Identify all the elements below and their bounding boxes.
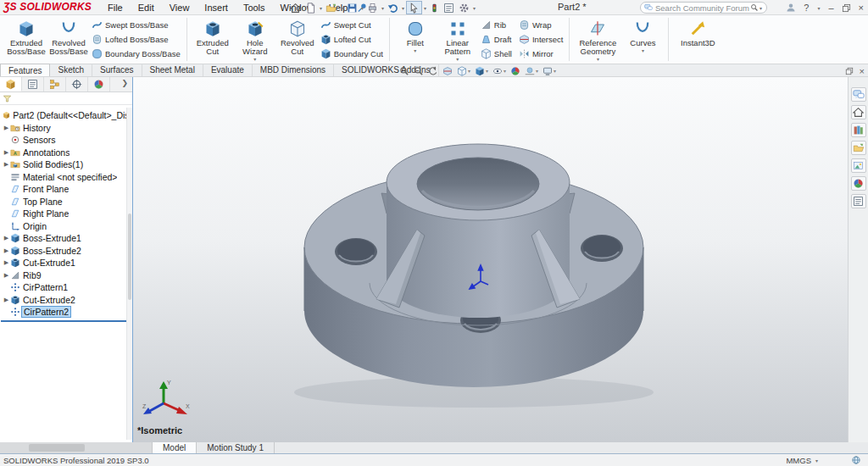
document-restore-button[interactable] (845, 67, 854, 75)
tab-evaluate[interactable]: Evaluate (203, 64, 253, 76)
apply-scene-button[interactable]: ▾ (524, 66, 539, 76)
reference-geometry-button[interactable]: ReferenceGeometry ▾ (574, 17, 621, 63)
dropdown-caret-icon[interactable]: ▾ (424, 5, 426, 11)
fillet-button[interactable]: Fillet ▾ (394, 17, 437, 63)
tree-item-right-plane[interactable]: Right Plane (0, 208, 132, 220)
custom-properties-button[interactable] (851, 194, 866, 208)
dropdown-caret-icon[interactable]: ▾ (361, 5, 364, 11)
view-settings-button[interactable]: ▾ (542, 66, 557, 76)
lofted-boss-base-button[interactable]: Lofted Boss/Base (90, 33, 182, 46)
file-explorer-button[interactable] (851, 141, 866, 155)
menu-tools[interactable]: Tools (236, 0, 273, 15)
tree-item-cut-extrude1[interactable]: ▶Cut-Extrude1 (0, 257, 132, 269)
lofted-cut-button[interactable]: Lofted Cut (319, 33, 385, 46)
open-button[interactable] (324, 1, 339, 14)
dropdown-caret-icon[interactable]: ▾ (815, 458, 818, 463)
menu-view[interactable]: View (162, 0, 198, 15)
dropdown-caret-icon[interactable]: ▾ (320, 5, 322, 11)
search-icon[interactable] (750, 3, 759, 12)
panel-expand-arrow[interactable]: ❯ (121, 77, 132, 92)
extruded-boss-base-button[interactable]: ExtrudedBoss/Base (5, 17, 47, 63)
dropdown-caret-icon[interactable]: ▾ (456, 57, 459, 62)
units-selector[interactable]: MMGS▾ (786, 456, 819, 465)
tree-item-origin[interactable]: Origin (0, 220, 132, 233)
tree-item-annotations[interactable]: ▶Annotations (0, 147, 132, 159)
dropdown-caret-icon[interactable]: ▾ (414, 48, 416, 53)
solidworks-resources-button[interactable] (851, 105, 866, 119)
expand-arrow-icon[interactable]: ▶ (3, 161, 10, 168)
tab-mbd-dimensions[interactable]: MBD Dimensions (253, 64, 334, 76)
view-orientation-button[interactable]: ▾ (456, 66, 471, 76)
dropdown-caret-icon[interactable]: ▾ (597, 57, 599, 62)
linear-pattern-button[interactable]: LinearPattern ▾ (437, 17, 479, 63)
dropdown-caret-icon[interactable]: ▾ (468, 68, 470, 74)
tab-features[interactable]: Features (0, 64, 50, 76)
view-palette-button[interactable] (851, 158, 866, 173)
dropdown-caret-icon[interactable]: ▾ (402, 5, 404, 11)
appearances-button[interactable] (851, 176, 866, 191)
menu-insert[interactable]: Insert (197, 0, 236, 15)
tree-item-cut-extrude2[interactable]: ▶Cut-Extrude2 (0, 294, 132, 307)
featuremanager-tree-tab[interactable] (0, 77, 22, 92)
minimize-button[interactable]: – (826, 0, 836, 15)
tab-scrollbar[interactable] (0, 442, 153, 453)
user-account-icon[interactable] (786, 3, 796, 13)
hide-show-items-button[interactable]: ▾ (492, 66, 507, 76)
tree-item-rib9[interactable]: ▶Rib9 (0, 269, 132, 282)
tree-item-sensors[interactable]: Sensors (0, 134, 132, 147)
tree-item-boss-extrude2[interactable]: ▶Boss-Extrude2 (0, 245, 132, 258)
tree-item-material[interactable]: Material <not specified> (0, 171, 132, 184)
wrap-button[interactable]: Wrap (517, 19, 565, 31)
rollback-bar[interactable] (1, 320, 130, 322)
expand-arrow-icon[interactable]: ▶ (3, 297, 10, 303)
dropdown-caret-icon[interactable]: ▾ (473, 5, 476, 11)
tree-item-cirpattern1[interactable]: CirPattern1 (0, 281, 132, 294)
dropdown-caret-icon[interactable]: ▾ (381, 5, 384, 11)
file-properties-button[interactable] (442, 1, 456, 14)
dimxpertmanager-tab[interactable] (66, 77, 88, 92)
dropdown-caret-icon[interactable]: ▾ (642, 48, 644, 53)
design-library-button[interactable] (851, 123, 866, 137)
help-button[interactable]: ? (801, 0, 811, 15)
tree-item-solid-bodies[interactable]: ▶Solid Bodies(1) (0, 158, 132, 171)
expand-arrow-icon[interactable]: ▶ (3, 272, 10, 279)
zoom-to-fit-button[interactable] (398, 66, 410, 76)
instant3d-button[interactable]: Instant3D (673, 17, 722, 63)
swept-boss-base-button[interactable]: Swept Boss/Base (90, 19, 182, 31)
dropdown-caret-icon[interactable]: ▾ (536, 68, 538, 74)
shell-button[interactable]: Shell (479, 47, 514, 60)
tree-filter-bar[interactable] (0, 92, 132, 105)
tree-item-top-plane[interactable]: Top Plane (0, 196, 132, 208)
boundary-cut-button[interactable]: Boundary Cut (319, 47, 385, 60)
displaymanager-tab[interactable] (88, 77, 110, 92)
tab-surfaces[interactable]: Surfaces (92, 64, 142, 76)
flange-part-model[interactable] (133, 77, 848, 442)
options-button[interactable] (457, 1, 471, 14)
expand-arrow-icon[interactable]: ▶ (3, 247, 10, 254)
new-document-button[interactable] (303, 1, 318, 14)
home-button[interactable] (288, 1, 303, 14)
boundary-boss-base-button[interactable]: Boundary Boss/Base (90, 47, 182, 60)
restore-button[interactable] (842, 3, 851, 13)
search-dropdown-caret-icon[interactable]: ▾ (760, 5, 762, 11)
dropdown-caret-icon[interactable]: ▾ (504, 68, 506, 74)
print-button[interactable] (365, 1, 380, 14)
tree-item-cirpattern2[interactable]: CirPattern2 (0, 306, 132, 319)
expand-arrow-icon[interactable]: ▶ (3, 125, 10, 131)
section-view-button[interactable] (442, 66, 453, 76)
document-close-button[interactable]: × (860, 66, 865, 76)
dropdown-caret-icon[interactable]: ▾ (253, 57, 256, 62)
select-button[interactable] (406, 1, 422, 14)
edit-appearance-button[interactable] (509, 66, 521, 76)
propertymanager-tab[interactable] (22, 77, 44, 92)
curves-button[interactable]: Curves ▾ (621, 17, 664, 63)
tree-item-history[interactable]: ▶History (0, 122, 132, 135)
swept-cut-button[interactable]: Swept Cut (319, 19, 385, 31)
community-search[interactable]: Search Community Forum ▾ (640, 2, 767, 14)
globe-icon[interactable] (851, 455, 861, 465)
expand-arrow-icon[interactable]: ▶ (3, 235, 10, 241)
draft-button[interactable]: Draft (479, 33, 514, 46)
help-caret-icon[interactable]: ▾ (817, 5, 820, 11)
tree-item-boss-extrude1[interactable]: ▶Boss-Extrude1 (0, 232, 132, 245)
tab-sheet-metal[interactable]: Sheet Metal (142, 64, 203, 76)
